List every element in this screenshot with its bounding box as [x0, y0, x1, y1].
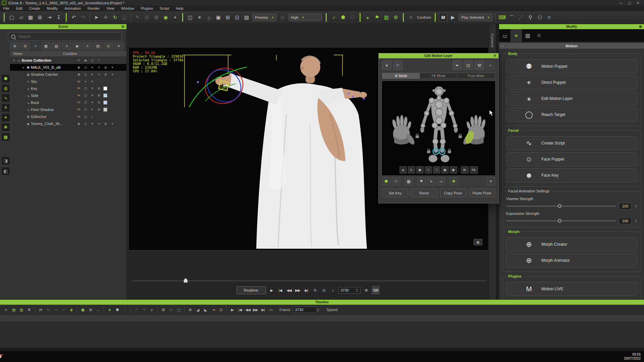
- tl-first-icon[interactable]: |◀: [236, 306, 244, 313]
- frame-spinner[interactable]: ▲▼: [356, 288, 358, 292]
- gadget-icon[interactable]: ⚙: [392, 13, 400, 21]
- eml-tab-ik-mode[interactable]: IK Mode: [382, 73, 420, 79]
- pingpong-icon[interactable]: ⇆: [45, 306, 52, 313]
- condition-icon[interactable]: ◉: [83, 59, 88, 62]
- loop-icon[interactable]: ⇄: [37, 306, 44, 313]
- select-set2-icon[interactable]: ▧: [52, 42, 61, 50]
- condition-icon[interactable]: ●: [90, 108, 95, 112]
- eml-tab-fk-mode[interactable]: FK Mode: [420, 73, 458, 79]
- body-part-mode-icon[interactable]: ⚐: [393, 61, 402, 70]
- condition-icon[interactable]: ●: [90, 66, 95, 69]
- person-pin-icon[interactable]: ⚲: [526, 13, 534, 21]
- tl-next-icon[interactable]: ▶▶: [252, 306, 259, 313]
- menu-item-render[interactable]: Render: [84, 6, 103, 10]
- modify-panel-header[interactable]: Modify ⊛: [499, 24, 644, 29]
- add-clip-icon[interactable]: ⊞: [87, 306, 94, 313]
- ease-in-icon[interactable]: ◢: [194, 306, 201, 313]
- shift-right-icon[interactable]: ↪: [52, 306, 59, 313]
- condition-icon[interactable]: ◉: [76, 122, 81, 125]
- range-icon[interactable]: ▢: [175, 306, 182, 313]
- condition-icon[interactable]: ◍: [97, 101, 101, 105]
- audio-button[interactable]: ♪: [329, 287, 336, 294]
- ik-mode-button[interactable]: IK: [461, 166, 469, 174]
- menu-item-modify[interactable]: Modify: [44, 6, 61, 10]
- condition-icon[interactable]: ⋈: [76, 94, 81, 98]
- condition-icon[interactable]: ◫: [83, 101, 88, 105]
- avatar-proxy-icon[interactable]: ⚇: [348, 13, 357, 21]
- maximize-button[interactable]: ▢: [628, 1, 631, 5]
- paint-tool-icon[interactable]: ✎: [133, 13, 142, 21]
- add-prop-icon[interactable]: ⊞: [224, 13, 232, 21]
- motion-collapse-icon[interactable]: −: [502, 44, 504, 48]
- condition-icon[interactable]: ◍: [97, 94, 101, 98]
- motionlive-logo-icon[interactable]: M: [439, 13, 447, 22]
- face-key-button[interactable]: ☻Face Key: [506, 168, 637, 182]
- tl-last-icon[interactable]: ▶|: [260, 306, 267, 313]
- condition-icon[interactable]: ●: [90, 73, 95, 76]
- select-tool-icon[interactable]: ➤: [92, 13, 100, 21]
- path-icon[interactable]: ⌒: [507, 13, 516, 21]
- select-lower-icon[interactable]: ⚆: [433, 166, 440, 174]
- condition-icon[interactable]: ▾: [97, 66, 101, 69]
- condition-icon[interactable]: ◍: [97, 108, 101, 112]
- motion-section-bar[interactable]: − Motion: [499, 43, 644, 49]
- ik-settings-icon[interactable]: ⚒: [475, 61, 484, 70]
- tree-item-male-v01-b-ulli[interactable]: ▸⚉MALE_V01_B_ulli◉◫●▾◍▾: [10, 64, 126, 71]
- last-frame-button[interactable]: ▶|: [303, 287, 310, 294]
- light-icon[interactable]: ☀: [196, 13, 204, 21]
- tree-item-key[interactable]: ↘Key⋈◫●◍: [10, 85, 126, 92]
- actor-icon[interactable]: ▣: [214, 13, 222, 21]
- tl-undo-icon[interactable]: ↶: [133, 306, 140, 313]
- camera-icon[interactable]: ⊡: [233, 13, 241, 21]
- viewport-scrub-handle[interactable]: [184, 278, 187, 283]
- visibility-icon[interactable]: ◉: [162, 13, 170, 21]
- quality-select[interactable]: High▼: [288, 14, 322, 21]
- tl-play-icon[interactable]: ▶: [229, 306, 236, 313]
- timeline-header[interactable]: Timeline: [0, 300, 644, 305]
- tl-prev-icon[interactable]: ◀◀: [244, 306, 251, 313]
- timeline-frame-input[interactable]: 3730: [293, 307, 317, 313]
- remove-frame-icon[interactable]: ⊟: [167, 306, 174, 313]
- menu-item-edit[interactable]: Edit: [13, 6, 26, 10]
- slider-value-input[interactable]: 100: [619, 218, 632, 224]
- realtime-button[interactable]: Realtime: [236, 286, 266, 294]
- wardrobe-icon[interactable]: ▥: [382, 13, 390, 21]
- category-plant-icon[interactable]: ⚘: [1, 104, 10, 112]
- new-project-icon[interactable]: ▢: [8, 13, 16, 21]
- body-part-selector[interactable]: ⊕↻⚉⚇⚆⚈⚉IKFK: [382, 81, 495, 175]
- link-icon[interactable]: ⊠: [31, 42, 40, 50]
- crowd-icon[interactable]: ⚇: [536, 13, 544, 21]
- condition-icon[interactable]: ▾: [110, 122, 115, 125]
- light-color-swatch[interactable]: [103, 94, 107, 98]
- export-range-icon[interactable]: ⊡: [217, 306, 224, 313]
- set-key-button[interactable]: Set Key: [382, 189, 408, 197]
- slider-value-input[interactable]: 100: [619, 203, 632, 209]
- camera-frame-icon[interactable]: ⌖: [171, 13, 179, 21]
- condition-icon[interactable]: ◉: [76, 73, 81, 76]
- condition-icon[interactable]: ⋈: [76, 101, 81, 105]
- close-button[interactable]: ✕: [637, 1, 639, 5]
- avatar-motion-icon[interactable]: ⚉: [339, 13, 347, 21]
- slider-spinner[interactable]: ▲▼: [635, 204, 637, 208]
- category-particle-icon[interactable]: ❋: [1, 123, 10, 131]
- export-content-icon[interactable]: ⇥: [45, 13, 53, 21]
- select-right-icon[interactable]: ⚉: [450, 166, 457, 174]
- reset-button[interactable]: Reset: [411, 189, 437, 197]
- category-misc1-icon[interactable]: ◨: [1, 157, 10, 165]
- condition-icon[interactable]: ◐: [90, 115, 95, 118]
- light-color-swatch[interactable]: [103, 86, 107, 90]
- stretch-clip-icon[interactable]: ↔: [95, 306, 102, 313]
- edit-motion-layer-button[interactable]: ⚹Edit Motion Layer: [506, 92, 637, 106]
- marker-icon[interactable]: ◈: [68, 306, 75, 313]
- face-puppet-button[interactable]: ☺Face Puppet: [506, 152, 637, 166]
- condition-icon[interactable]: ▾: [97, 122, 101, 125]
- prev-frame-button[interactable]: ◀◀: [286, 287, 292, 294]
- select-upper-icon[interactable]: ⚇: [425, 166, 432, 174]
- light-color-swatch[interactable]: [103, 101, 107, 105]
- path-points-icon[interactable]: ⋰: [517, 13, 525, 21]
- condition-icon[interactable]: ⋈: [76, 80, 81, 83]
- condition-icon[interactable]: □: [97, 59, 101, 62]
- ease-out-icon[interactable]: ◣: [202, 306, 209, 313]
- reach-target-button[interactable]: ◯Reach Target: [506, 108, 637, 122]
- category-prop-icon[interactable]: ◍: [1, 84, 10, 93]
